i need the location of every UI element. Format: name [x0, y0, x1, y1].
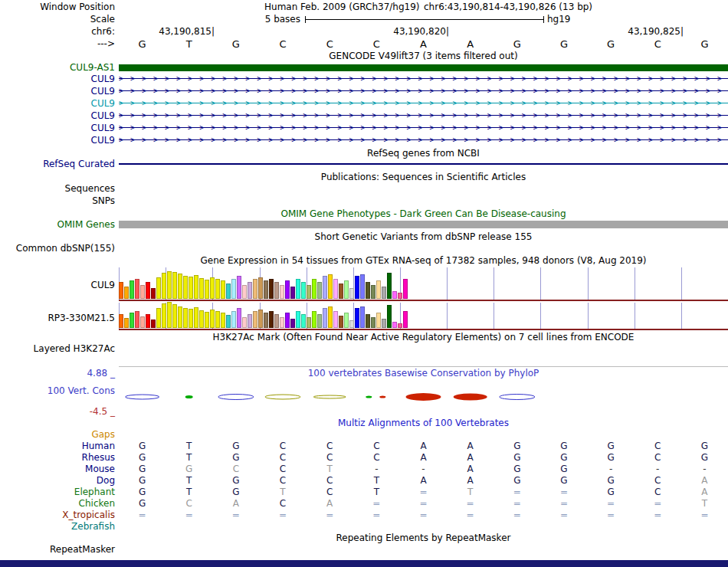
multiz-cell: C: [259, 475, 306, 487]
omim-gene-bar[interactable]: [119, 221, 728, 228]
gencode-gene-label[interactable]: CUL9: [0, 123, 115, 133]
conservation-track-label[interactable]: 100 Vert. Cons: [0, 385, 115, 396]
multiz-cell: =: [166, 510, 212, 521]
multiz-cell: G: [119, 452, 166, 464]
base-letter: G: [212, 38, 259, 50]
multiz-cell: G: [588, 441, 635, 452]
sequences-label[interactable]: Sequences: [0, 183, 115, 194]
gencode-intron-line[interactable]: >>>>>>>>>>>>>>>>>>>>>>>>>>>>>>>>>>>>>>>>…: [119, 122, 728, 134]
multiz-species-label[interactable]: Elephant: [0, 487, 115, 498]
gtex-tissue-bar: [124, 318, 129, 328]
multiz-species-label[interactable]: Mouse: [0, 464, 115, 475]
multiz-species-label[interactable]: Dog: [0, 475, 115, 487]
strand-arrows: >>>>>>>>>>>>>>>>>>>>>>>>>>>>>>>>>>>>>>>>…: [119, 97, 728, 110]
gtex-tissue-bar: [146, 314, 150, 328]
gencode-gene-label[interactable]: CUL9: [0, 98, 115, 109]
gtex-tissue-bar: [242, 285, 247, 299]
multiz-species-label[interactable]: Rhesus: [0, 452, 115, 464]
multiz-cell: G: [540, 441, 587, 452]
gtex-tissue-bar: [172, 304, 177, 328]
gencode-gene-label[interactable]: CUL9-AS1: [0, 62, 115, 73]
gtex-gene-label-rp3[interactable]: RP3-330M21.5: [0, 313, 115, 323]
conservation-glyph: [185, 395, 193, 398]
gtex-tissue-bar: [162, 273, 166, 299]
gencode-gene-label[interactable]: CUL9: [0, 135, 115, 146]
multiz-cell: T: [353, 487, 400, 498]
gtex-tissue-bar: [167, 271, 172, 299]
multiz-species-label[interactable]: Chicken: [0, 498, 115, 510]
refseq-line[interactable]: [119, 163, 728, 165]
gtex-tissue-bar: [355, 308, 359, 328]
gtex-tissue-bar: [312, 279, 316, 299]
position-text: chr6:43,190,814-43,190,826 (13 bp): [424, 2, 592, 12]
gtex-tissue-bar: [274, 314, 279, 328]
gtex-tissue-bar: [403, 279, 408, 299]
gencode-intron-line[interactable]: >>>>>>>>>>>>>>>>>>>>>>>>>>>>>>>>>>>>>>>>…: [119, 73, 728, 85]
multiz-cell: A: [681, 487, 728, 498]
base-letter: C: [353, 38, 400, 50]
repeatmasker-label[interactable]: RepeatMasker: [0, 544, 115, 555]
gencode-intron-line[interactable]: >>>>>>>>>>>>>>>>>>>>>>>>>>>>>>>>>>>>>>>>…: [119, 134, 728, 146]
grid-line: [494, 267, 494, 300]
h3k27ac-label[interactable]: Layered H3K27Ac: [0, 343, 115, 354]
gencode-gene-label[interactable]: CUL9: [0, 86, 115, 97]
multiz-cell: =: [353, 510, 400, 521]
coordinate-label: 43,190,815|: [138, 26, 215, 37]
gtex-tissue-bar: [333, 279, 338, 299]
gtex-tissue-bar: [376, 280, 381, 299]
base-letter: C: [635, 38, 681, 50]
gtex-gene-label-cul9[interactable]: CUL9: [0, 280, 115, 290]
strand-arrows: >>>>>>>>>>>>>>>>>>>>>>>>>>>>>>>>>>>>>>>>…: [119, 134, 728, 146]
gtex-tissue-bar: [398, 293, 402, 299]
gtex-tissue-bar: [119, 314, 123, 328]
multiz-gaps-label[interactable]: Gaps: [0, 429, 115, 440]
snps-label[interactable]: SNPs: [0, 195, 115, 206]
gtex-tissue-bar: [189, 277, 193, 299]
omim-genes-label[interactable]: OMIM Genes: [0, 219, 115, 230]
gencode-intron-line[interactable]: >>>>>>>>>>>>>>>>>>>>>>>>>>>>>>>>>>>>>>>>…: [119, 97, 728, 110]
gtex-tissue-bar: [189, 309, 193, 328]
gtex-title: Gene Expression in 54 tissues from GTEx …: [119, 255, 728, 266]
gencode-intron-line[interactable]: >>>>>>>>>>>>>>>>>>>>>>>>>>>>>>>>>>>>>>>>…: [119, 110, 728, 122]
gencode-gene-label[interactable]: CUL9: [0, 110, 115, 121]
multiz-cell: G: [540, 475, 587, 487]
gtex-barchart-cul9[interactable]: [119, 267, 728, 300]
conservation-glyph: [126, 395, 159, 399]
multiz-cell: G: [119, 464, 166, 475]
gtex-tissue-bar: [237, 308, 241, 328]
strand-label: --->: [0, 38, 115, 49]
gencode-gene-label[interactable]: CUL9: [0, 74, 115, 84]
base-letter: A: [447, 38, 494, 50]
multiz-cell: =: [494, 487, 540, 498]
dbsnp-label[interactable]: Common dbSNP(155): [0, 243, 115, 254]
gtex-tissue-bar: [130, 280, 134, 299]
multiz-cell: C: [307, 475, 353, 487]
multiz-cell: =: [494, 510, 540, 521]
multiz-cell: G: [588, 475, 635, 487]
gtex-tissue-bar: [178, 306, 182, 328]
refseq-curated-label[interactable]: RefSeq Curated: [0, 159, 115, 169]
multiz-species-label[interactable]: Zebrafish: [0, 521, 115, 533]
multiz-cell: T: [166, 487, 212, 498]
multiz-cell: T: [353, 475, 400, 487]
multiz-cell: G: [540, 452, 587, 464]
multiz-cell: =: [540, 510, 587, 521]
gtex-tissue-bar: [237, 276, 241, 299]
gtex-tissue-bar: [328, 274, 333, 299]
multiz-species-label[interactable]: Human: [0, 441, 115, 452]
gtex-tissue-bar: [194, 275, 198, 299]
multiz-species-label[interactable]: X_tropicalis: [0, 510, 115, 521]
gtex-tissue-bar: [312, 311, 316, 328]
gencode-gene-bar[interactable]: [119, 64, 728, 71]
gtex-tissue-bar: [317, 282, 322, 299]
multiz-cell: G: [166, 464, 212, 475]
base-letter: G: [540, 38, 587, 50]
multiz-cell: A: [400, 475, 447, 487]
grid-line: [681, 303, 682, 329]
gtex-tissue-bar: [210, 310, 215, 328]
gtex-baseline-2: [119, 329, 728, 330]
gtex-tissue-bar: [366, 282, 370, 299]
gtex-tissue-bar: [210, 277, 215, 299]
gencode-intron-line[interactable]: >>>>>>>>>>>>>>>>>>>>>>>>>>>>>>>>>>>>>>>>…: [119, 85, 728, 97]
gtex-barchart-rp3[interactable]: [119, 303, 728, 329]
